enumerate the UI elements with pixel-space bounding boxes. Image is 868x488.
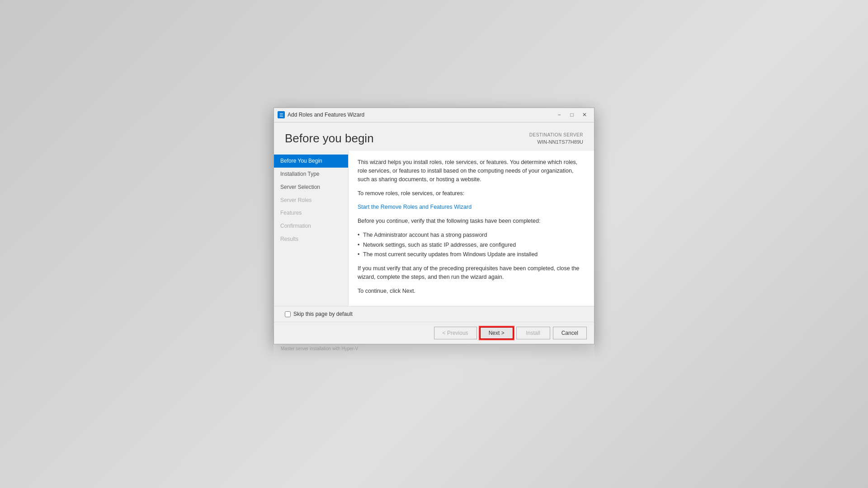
- maximize-button[interactable]: □: [566, 110, 578, 119]
- sidebar-item-results: Results: [274, 233, 348, 246]
- sidebar-item-confirmation: Confirmation: [274, 220, 348, 233]
- dialog-header: Before you begin DESTINATION SERVER WIN-…: [274, 122, 594, 151]
- dialog-reflection: Master server installation with Hyper-V: [274, 344, 594, 380]
- remove-label: To remove roles, role services, or featu…: [358, 189, 585, 198]
- prerequisite-note: If you must verify that any of the prece…: [358, 264, 585, 282]
- titlebar-title: Add Roles and Features Wizard: [288, 112, 364, 118]
- skip-page-checkbox[interactable]: [285, 311, 291, 317]
- page-title: Before you begin: [285, 131, 374, 145]
- reflection-text: Master server installation with Hyper-V: [274, 344, 594, 353]
- sidebar-item-server-roles: Server Roles: [274, 194, 348, 207]
- bullet-item-2: Network settings, such as static IP addr…: [358, 241, 585, 249]
- verify-heading: Before you continue, verify that the fol…: [358, 217, 585, 225]
- add-roles-wizard-dialog: Add Roles and Features Wizard − □ ✕ Befo…: [274, 108, 594, 345]
- sidebar-item-installation-type[interactable]: Installation Type: [274, 168, 348, 181]
- intro-text: This wizard helps you install roles, rol…: [358, 158, 585, 183]
- destination-server-info: DESTINATION SERVER WIN-NN1TS77H89U: [529, 131, 583, 146]
- next-button[interactable]: Next >: [480, 327, 514, 339]
- sidebar-item-features: Features: [274, 206, 348, 220]
- close-button[interactable]: ✕: [579, 110, 590, 119]
- dialog-bottom: Skip this page by default < Previous Nex…: [274, 306, 594, 344]
- dialog-wrapper: Add Roles and Features Wizard − □ ✕ Befo…: [274, 108, 594, 345]
- main-content-area: This wizard helps you install roles, rol…: [349, 151, 594, 306]
- bullet-item-1: The Administrator account has a strong p…: [358, 231, 585, 239]
- skip-page-label: Skip this page by default: [293, 311, 353, 317]
- titlebar-left: Add Roles and Features Wizard: [278, 111, 364, 118]
- dialog-body: Before You Begin Installation Type Serve…: [274, 151, 594, 306]
- sidebar-item-server-selection[interactable]: Server Selection: [274, 181, 348, 194]
- wizard-icon: [278, 111, 285, 118]
- install-button[interactable]: Install: [516, 327, 550, 339]
- minimize-button[interactable]: −: [553, 110, 565, 119]
- titlebar: Add Roles and Features Wizard − □ ✕: [274, 108, 594, 122]
- titlebar-controls: − □ ✕: [553, 110, 590, 119]
- destination-label: DESTINATION SERVER: [529, 131, 583, 138]
- remove-roles-link[interactable]: Start the Remove Roles and Features Wiza…: [358, 204, 472, 210]
- prerequisites-list: The Administrator account has a strong p…: [358, 231, 585, 259]
- destination-server-name: WIN-NN1TS77H89U: [529, 138, 583, 146]
- dialog-content: Before you begin DESTINATION SERVER WIN-…: [274, 122, 594, 344]
- cancel-button[interactable]: Cancel: [553, 327, 587, 339]
- bullet-item-3: The most current security updates from W…: [358, 250, 585, 259]
- sidebar-item-before-you-begin[interactable]: Before You Begin: [274, 155, 348, 168]
- previous-button[interactable]: < Previous: [434, 327, 477, 339]
- wizard-sidebar: Before You Begin Installation Type Serve…: [274, 151, 349, 306]
- button-bar: < Previous Next > Install Cancel: [274, 322, 594, 344]
- continue-note: To continue, click Next.: [358, 287, 585, 296]
- skip-checkbox-area: Skip this page by default: [274, 306, 594, 322]
